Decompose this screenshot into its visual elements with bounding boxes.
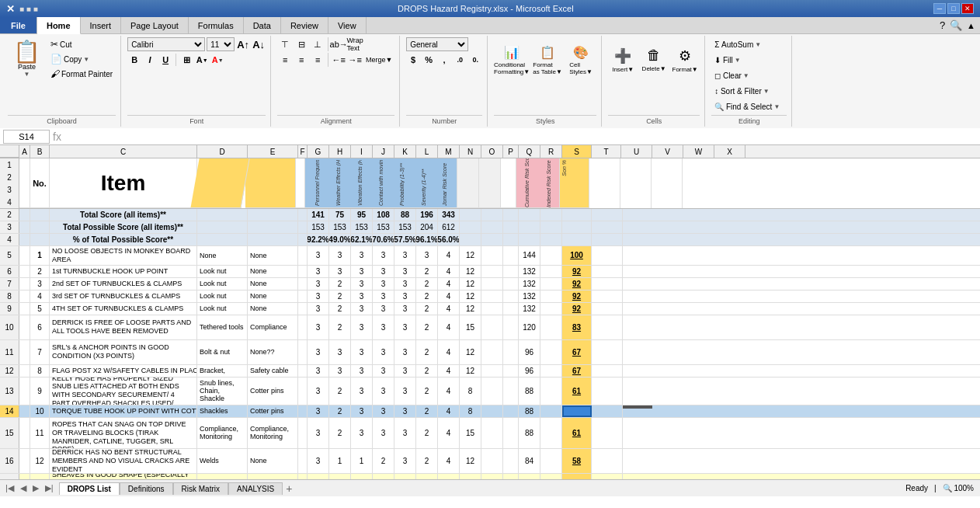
col-header-n[interactable]: N [460,145,481,158]
clear-button[interactable]: ◻ Clear▼ [711,68,752,82]
conditional-formatting-button[interactable]: 📊 ConditionalFormatting▼ [494,37,530,82]
insert-button[interactable]: ➕ Insert▼ [608,37,638,82]
add-sheet-button[interactable]: + [283,482,295,495]
row-1-num[interactable]: 1 [0,158,19,171]
font-name-select[interactable]: Calibri [127,37,205,51]
minimize-button[interactable]: ─ [933,3,946,14]
table-row: 12 8 FLAG POST X2 W/SAFETY CABLES IN PLA… [0,365,980,378]
tab-file[interactable]: File [0,17,37,33]
format-as-table-button[interactable]: 📋 Formatas Table▼ [532,37,563,82]
selected-cell-s14[interactable] [562,405,592,417]
col-header-q[interactable]: Q [519,145,540,158]
total-score-row: 2 Total Score (all items)** 141 75 95 10… [0,209,980,221]
increase-decimal-button[interactable]: 0. [468,53,482,67]
col-header-r[interactable]: R [540,145,562,158]
col-header-h[interactable]: H [329,145,351,158]
col-header-g[interactable]: G [308,145,329,158]
italic-button[interactable]: I [143,53,157,67]
tab-insert[interactable]: Insert [81,17,122,33]
right-align-button[interactable]: ≡ [310,53,325,67]
decrease-indent-button[interactable]: ←≡ [331,53,346,67]
font-color-button[interactable]: A▼ [210,53,224,67]
col-header-m[interactable]: M [438,145,460,158]
col-header-w[interactable]: W [683,145,714,158]
currency-button[interactable]: $ [406,53,420,67]
col-header-u[interactable]: U [621,145,652,158]
wrap-text-button[interactable]: WrapText [347,37,363,51]
top-align-button[interactable]: ⊤ [277,37,293,51]
format-button[interactable]: ⚙ Format▼ [670,37,700,82]
col-header-s[interactable]: S [562,145,592,158]
sheet-first-button[interactable]: |◀ [3,483,16,493]
cell-reference-box[interactable] [3,130,50,144]
find-select-button[interactable]: 🔍 Find & Select▼ [711,99,783,113]
help-icon[interactable]: ? [940,19,945,31]
col-header-t[interactable]: T [592,145,621,158]
col-header-b[interactable]: B [30,145,50,158]
restore-button[interactable]: □ [947,3,960,14]
fill-color-button[interactable]: A▼ [195,53,209,67]
col-header-x[interactable]: X [714,145,745,158]
sheet-tab-analysis[interactable]: ANALYSIS [228,482,283,495]
increase-font-button[interactable]: A↑ [236,37,250,51]
bold-button[interactable]: B [127,53,141,67]
col-header-l[interactable]: L [416,145,438,158]
increase-indent-button[interactable]: →≡ [347,53,363,67]
sheet-next-button[interactable]: ▶ [30,483,41,493]
sheet-prev-button[interactable]: ◀ [18,483,29,493]
row-2-num[interactable]: 2 [0,171,19,183]
formula-input[interactable] [64,130,977,144]
col-header-p[interactable]: P [503,145,519,158]
sheet-last-button[interactable]: ▶| [43,483,56,493]
format-painter-button[interactable]: 🖌 Format Painter [47,67,116,81]
clipboard-group: 📋 Paste ▼ ✂ Cut 📄 Copy ▼ 🖌 Format Painte… [3,36,121,127]
tab-view[interactable]: View [328,17,367,33]
col-header-e[interactable]: E [248,145,298,158]
middle-align-button[interactable]: ⊟ [294,37,309,51]
col-header-i[interactable]: I [351,145,373,158]
tab-formulas[interactable]: Formulas [189,17,244,33]
col-f-header [296,158,305,208]
underline-button[interactable]: U [158,53,172,67]
bottom-align-button[interactable]: ⊥ [310,37,325,51]
paste-button[interactable]: 📋 Paste ▼ [8,37,46,82]
col-header-j[interactable]: J [373,145,394,158]
tab-data[interactable]: Data [244,17,281,33]
col-header-k[interactable]: K [394,145,416,158]
col-header-v[interactable]: V [652,145,683,158]
left-align-button[interactable]: ≡ [277,53,293,67]
sheet-tab-drops-list[interactable]: DROPS List [59,482,120,495]
sort-filter-button[interactable]: ↕ Sort & Filter▼ [711,84,773,98]
tab-review[interactable]: Review [281,17,328,33]
percent-button[interactable]: % [422,53,436,67]
search-icon[interactable]: 🔍 [950,19,962,31]
tab-page-layout[interactable]: Page Layout [121,17,189,33]
number-format-select[interactable]: General [406,37,468,51]
fill-button[interactable]: ⬇ Fill▼ [711,53,743,67]
sheet-tab-risk-matrix[interactable]: Risk Matrix [173,482,228,495]
tab-home[interactable]: Home [37,17,81,34]
col-header-o[interactable]: O [481,145,503,158]
collapse-ribbon-icon[interactable]: ▲ [967,21,975,30]
orientation-button[interactable]: ab→ [331,37,346,51]
copy-button[interactable]: 📄 Copy ▼ [47,52,116,66]
cut-button[interactable]: ✂ Cut [47,37,116,51]
delete-button[interactable]: 🗑 Delete▼ [639,37,669,82]
close-button[interactable]: ✕ [961,3,974,14]
decrease-decimal-button[interactable]: .0 [453,53,467,67]
autosum-button[interactable]: Σ AutoSum▼ [711,37,764,51]
col-header-a[interactable]: A [19,145,30,158]
border-button[interactable]: ⊞ [179,53,193,67]
col-header-f[interactable]: F [298,145,308,158]
center-align-button[interactable]: ≡ [294,53,309,67]
merge-center-button[interactable]: Merge▼ [363,53,394,67]
comma-button[interactable]: , [437,53,451,67]
font-size-select[interactable]: 11 [207,37,235,51]
cell-styles-button[interactable]: 🎨 CellStyles▼ [565,37,596,82]
row-4-num[interactable]: 4 [0,196,19,208]
row-3-num[interactable]: 3 [0,183,19,196]
sheet-tab-definitions[interactable]: Definitions [120,482,173,495]
decrease-font-button[interactable]: A↓ [252,37,266,51]
col-header-c[interactable]: C [50,145,197,158]
col-header-d[interactable]: D [197,145,248,158]
